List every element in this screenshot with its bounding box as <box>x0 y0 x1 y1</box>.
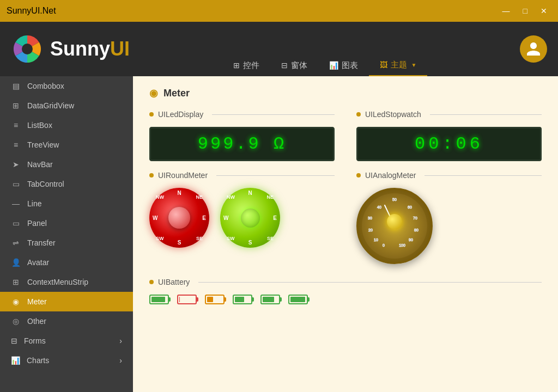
sidebar-item-avatar[interactable]: 👤 Avatar <box>0 253 133 272</box>
controls-tab-icon: ⊞ <box>233 61 240 70</box>
battery-dot <box>149 280 154 284</box>
top-section: UILedDisplay 999.9 Ω UIRoundMeter N S <box>149 110 542 264</box>
maximize-button[interactable]: □ <box>519 5 532 16</box>
tab-windows[interactable]: ⊟ 窗体 <box>270 54 318 76</box>
battery-5-fill <box>263 297 274 302</box>
sidebar-item-label: Line <box>27 199 41 208</box>
battery-5-body <box>260 295 280 304</box>
svg-text:100: 100 <box>399 243 405 247</box>
sidebar-item-panel[interactable]: ▭ Panel <box>0 213 133 233</box>
charts-icon: 📊 <box>11 356 20 365</box>
listbox-icon: ≡ <box>11 121 21 130</box>
battery-section: UIBattery <box>149 278 542 304</box>
compass-green-ne: NE <box>266 194 274 200</box>
sidebar-item-label: DataGridView <box>27 101 74 110</box>
compass-red-sw: SW <box>156 236 164 241</box>
titlebar: SunnyUI.Net — □ ✕ <box>0 0 558 22</box>
compass-green-w: W <box>223 215 228 221</box>
treeview-icon: ≡ <box>11 140 21 149</box>
sidebar-section-forms[interactable]: ⊟ Forms › <box>0 331 133 351</box>
battery-1-fill <box>151 297 165 302</box>
battery-4 <box>233 295 254 304</box>
avatar-button[interactable] <box>520 35 547 63</box>
battery-2 <box>177 295 198 304</box>
sidebar-item-label: Avatar <box>27 258 49 267</box>
tab-themes[interactable]: 🖼 主题 ▼ <box>369 54 428 76</box>
analog-face: 40 50 60 70 80 90 100 30 20 10 <box>362 193 427 259</box>
other-icon: ◎ <box>11 317 21 326</box>
sidebar-item-datagridview[interactable]: ⊞ DataGridView <box>0 96 133 115</box>
header: SunnyUI ⊞ 控件 ⊟ 窗体 📊 图表 🖼 主题 ▼ <box>0 22 558 76</box>
battery-row <box>149 295 542 304</box>
app-title: SunnyUI.Net <box>7 6 56 16</box>
battery-label: UIBattery <box>158 278 190 286</box>
tab-charts[interactable]: 📊 图表 <box>318 54 369 76</box>
sidebar-item-line[interactable]: — Line <box>0 194 133 213</box>
compass-red-w: W <box>153 215 157 221</box>
analog-meter-dot <box>356 173 361 177</box>
round-meter-label: UIRoundMeter <box>158 171 208 180</box>
svg-text:40: 40 <box>377 205 381 209</box>
compass-red-ne: NE <box>196 194 203 200</box>
svg-text:90: 90 <box>409 238 413 242</box>
led-display-section: UILedDisplay <box>149 110 335 119</box>
battery-4-fill <box>235 297 244 302</box>
svg-text:20: 20 <box>368 228 373 232</box>
sidebar-item-listbox[interactable]: ≡ ListBox <box>0 115 133 135</box>
compass-red-e: E <box>202 215 206 221</box>
content-header-icon: ◉ <box>149 87 158 99</box>
forms-chevron-icon: › <box>119 336 122 345</box>
sidebar-item-combobox[interactable]: ▤ Combobox <box>0 76 133 96</box>
transfer-icon: ⇌ <box>11 238 21 247</box>
combobox-icon: ▤ <box>11 82 21 90</box>
content-header-title: Meter <box>163 88 190 99</box>
compass-green-n: N <box>248 190 252 196</box>
round-meter-dot <box>149 173 154 177</box>
panel-icon: ▭ <box>11 219 21 228</box>
charts-label: Charts <box>27 356 49 365</box>
sidebar-item-label: ContextMenuStrip <box>27 278 88 286</box>
svg-point-1 <box>22 44 33 54</box>
compass-green-labels: N S E W NE NW SE SW <box>220 188 280 248</box>
svg-text:30: 30 <box>368 216 372 220</box>
battery-2-tip <box>197 297 198 302</box>
analog-meter-label: UIAnalogMeter <box>365 171 416 180</box>
analog-meter-section: UIAnalogMeter <box>356 171 542 180</box>
svg-text:80: 80 <box>414 228 418 232</box>
sidebar-item-navbar[interactable]: ➤ NavBar <box>0 155 133 174</box>
battery-1 <box>149 295 171 304</box>
sidebar: ▤ Combobox ⊞ DataGridView ≡ ListBox ≡ Tr… <box>0 76 133 392</box>
compass-red-s: S <box>178 240 181 246</box>
sidebar-item-contextmenustrip[interactable]: ⊞ ContextMenuStrip <box>0 272 133 292</box>
led-stopwatch-value: 00:06 <box>415 134 483 154</box>
content-header: ◉ Meter <box>149 87 542 99</box>
themes-tab-label: 主题 <box>391 60 407 70</box>
minimize-button[interactable]: — <box>498 5 514 16</box>
compass-red-se: SE <box>196 236 203 241</box>
tab-controls[interactable]: ⊞ 控件 <box>222 54 270 76</box>
sidebar-item-label: TreeView <box>27 140 59 149</box>
compass-green-e: E <box>273 215 277 221</box>
main-layout: ▤ Combobox ⊞ DataGridView ≡ ListBox ≡ Tr… <box>0 76 558 392</box>
windows-tab-icon: ⊟ <box>281 61 288 70</box>
sidebar-section-charts[interactable]: 📊 Charts › <box>0 351 133 370</box>
svg-text:10: 10 <box>374 238 378 242</box>
sidebar-item-transfer[interactable]: ⇌ Transfer <box>0 233 133 253</box>
round-meters-row: N S E W NE NW SE SW <box>149 188 335 248</box>
battery-section-label: UIBattery <box>149 278 542 286</box>
sidebar-item-other[interactable]: ◎ Other <box>0 311 133 331</box>
sidebar-item-label: Combobox <box>27 82 64 90</box>
left-col: UILedDisplay 999.9 Ω UIRoundMeter N S <box>149 110 335 264</box>
compass-green-se: SE <box>267 236 274 241</box>
sidebar-item-meter[interactable]: ◉ Meter <box>0 292 133 311</box>
close-button[interactable]: ✕ <box>536 5 551 16</box>
contextmenu-icon: ⊞ <box>11 278 21 286</box>
battery-5-tip <box>280 297 282 302</box>
logo-icon <box>11 33 44 65</box>
sidebar-item-label: ListBox <box>27 121 52 130</box>
navbar-icon: ➤ <box>11 160 21 169</box>
sidebar-item-treeview[interactable]: ≡ TreeView <box>0 135 133 155</box>
themes-dropdown-icon: ▼ <box>411 62 417 68</box>
sidebar-item-tabcontrol[interactable]: ▭ TabControl <box>0 174 133 194</box>
compass-red-nw: NW <box>156 194 164 200</box>
